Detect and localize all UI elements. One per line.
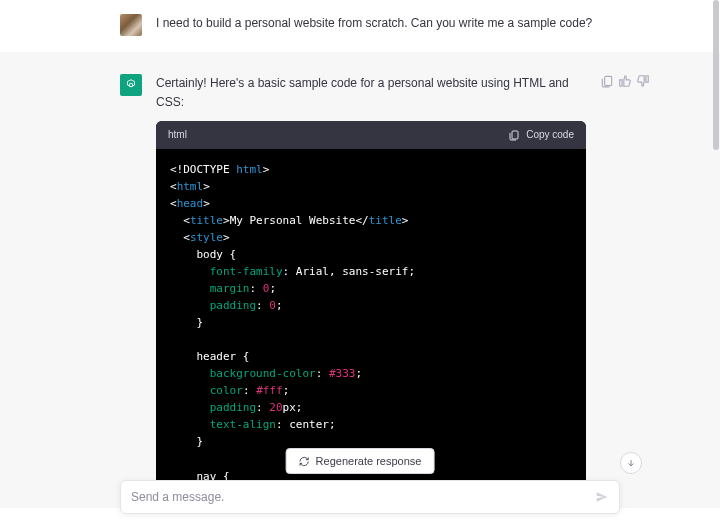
user-message-text: I need to build a personal website from … <box>156 14 620 36</box>
assistant-intro-text: Certainly! Here's a basic sample code fo… <box>156 74 586 111</box>
refresh-icon <box>299 456 310 467</box>
regenerate-label: Regenerate response <box>316 455 422 467</box>
assistant-message-row: Certainly! Here's a basic sample code fo… <box>120 64 620 508</box>
svg-rect-2 <box>605 76 612 85</box>
message-input-bar <box>120 480 620 514</box>
copy-code-button[interactable]: Copy code <box>508 127 574 143</box>
assistant-message-actions <box>600 74 650 508</box>
vertical-scrollbar[interactable] <box>712 0 720 520</box>
code-lang-label: html <box>168 127 187 143</box>
scroll-to-bottom-button[interactable] <box>620 452 642 474</box>
clipboard-icon[interactable] <box>600 74 614 88</box>
scrollbar-thumb[interactable] <box>713 0 719 150</box>
copy-code-label: Copy code <box>526 127 574 143</box>
arrow-down-icon <box>626 458 636 468</box>
code-block-header: html Copy code <box>156 121 586 149</box>
message-input[interactable] <box>131 490 595 504</box>
send-icon <box>595 490 609 504</box>
user-avatar <box>120 14 142 36</box>
send-button[interactable] <box>595 490 609 504</box>
thumbs-up-icon[interactable] <box>618 74 632 88</box>
user-message-row: I need to build a personal website from … <box>120 4 620 46</box>
regenerate-response-button[interactable]: Regenerate response <box>286 448 435 474</box>
clipboard-icon <box>508 129 520 141</box>
openai-logo-icon <box>124 78 138 92</box>
svg-rect-1 <box>512 131 518 139</box>
thumbs-down-icon[interactable] <box>636 74 650 88</box>
assistant-avatar <box>120 74 142 96</box>
